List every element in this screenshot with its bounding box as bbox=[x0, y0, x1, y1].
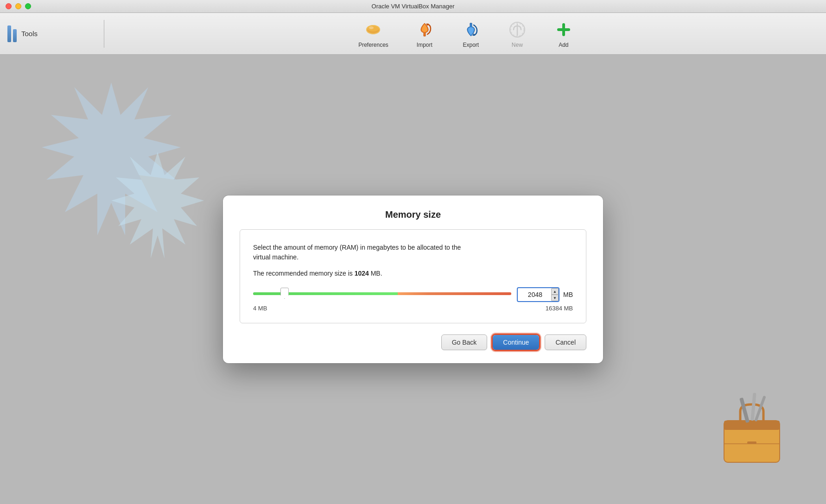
svg-rect-14 bbox=[724, 421, 780, 430]
title-bar: Oracle VM VirtualBox Manager bbox=[0, 0, 826, 13]
recommended-text: The recommended memory size is 1024 MB. bbox=[253, 270, 573, 277]
description-line2: virtual machine. bbox=[253, 253, 299, 261]
slider-min-label: 4 MB bbox=[253, 305, 267, 312]
preferences-icon bbox=[363, 19, 383, 40]
toolbar-divider bbox=[104, 20, 104, 48]
new-label: New bbox=[512, 42, 523, 48]
tools-label: Tools bbox=[21, 30, 38, 38]
memory-size-dialog: Memory size Select the amount of memory … bbox=[223, 195, 603, 363]
go-back-button[interactable]: Go Back bbox=[441, 334, 488, 350]
toolbar-items: Preferences Import bbox=[106, 16, 826, 52]
add-label: Add bbox=[559, 42, 568, 48]
continue-button[interactable]: Continue bbox=[493, 335, 539, 350]
tools-bar-1 bbox=[7, 25, 11, 42]
minimize-button[interactable] bbox=[15, 3, 21, 9]
import-icon bbox=[414, 19, 435, 40]
tools-bar-2 bbox=[13, 29, 17, 42]
slider-max-label: 16384 MB bbox=[546, 305, 573, 312]
toolbar-item-export[interactable]: Export bbox=[448, 16, 494, 52]
toolbar: Tools Preferences bbox=[0, 13, 826, 55]
import-label: Import bbox=[417, 42, 432, 48]
memory-value-input[interactable] bbox=[518, 288, 551, 301]
slider-row: ▲ ▼ MB bbox=[253, 287, 573, 302]
memory-input-group: ▲ ▼ MB bbox=[517, 287, 573, 302]
dialog-description: Select the amount of memory (RAM) in meg… bbox=[253, 243, 573, 262]
svg-rect-16 bbox=[750, 393, 756, 421]
dialog-buttons: Go Back Continue Cancel bbox=[240, 334, 586, 350]
spin-up-button[interactable]: ▲ bbox=[551, 288, 559, 295]
cancel-button[interactable]: Cancel bbox=[545, 334, 586, 350]
spin-down-button[interactable]: ▼ bbox=[551, 295, 559, 301]
svg-rect-19 bbox=[747, 441, 756, 444]
toolbar-left: Tools bbox=[0, 25, 102, 42]
export-label: Export bbox=[463, 42, 479, 48]
recommended-suffix: MB. bbox=[369, 270, 382, 277]
export-icon bbox=[461, 19, 481, 40]
traffic-lights bbox=[6, 3, 31, 9]
svg-rect-10 bbox=[557, 28, 570, 31]
slider-wrapper bbox=[253, 292, 511, 297]
dialog-title: Memory size bbox=[240, 209, 586, 220]
memory-unit-label: MB bbox=[563, 291, 573, 298]
toolbar-item-import[interactable]: Import bbox=[401, 16, 448, 52]
description-line1: Select the amount of memory (RAM) in meg… bbox=[253, 244, 461, 251]
toolbar-item-new: New bbox=[494, 16, 540, 52]
toolbox-decoration-right bbox=[715, 384, 789, 476]
dialog-body: Select the amount of memory (RAM) in meg… bbox=[240, 229, 586, 323]
starburst-decoration-center bbox=[111, 147, 204, 286]
recommended-value: 1024 bbox=[355, 270, 369, 277]
memory-spinbox: ▲ ▼ bbox=[551, 288, 559, 301]
tools-icon bbox=[7, 25, 17, 42]
add-icon bbox=[553, 19, 574, 40]
close-button[interactable] bbox=[6, 3, 12, 9]
preferences-label: Preferences bbox=[358, 42, 388, 48]
main-content: Memory size Select the amount of memory … bbox=[0, 55, 826, 504]
new-icon bbox=[507, 19, 527, 40]
svg-point-3 bbox=[369, 26, 374, 29]
maximize-button[interactable] bbox=[25, 3, 31, 9]
window-title: Oracle VM VirtualBox Manager bbox=[372, 3, 455, 10]
toolbar-item-preferences[interactable]: Preferences bbox=[345, 16, 401, 52]
slider-labels: 4 MB 16384 MB bbox=[253, 305, 573, 312]
toolbar-item-add[interactable]: Add bbox=[540, 16, 587, 52]
recommended-prefix: The recommended memory size is bbox=[253, 270, 355, 277]
svg-marker-12 bbox=[111, 152, 204, 258]
